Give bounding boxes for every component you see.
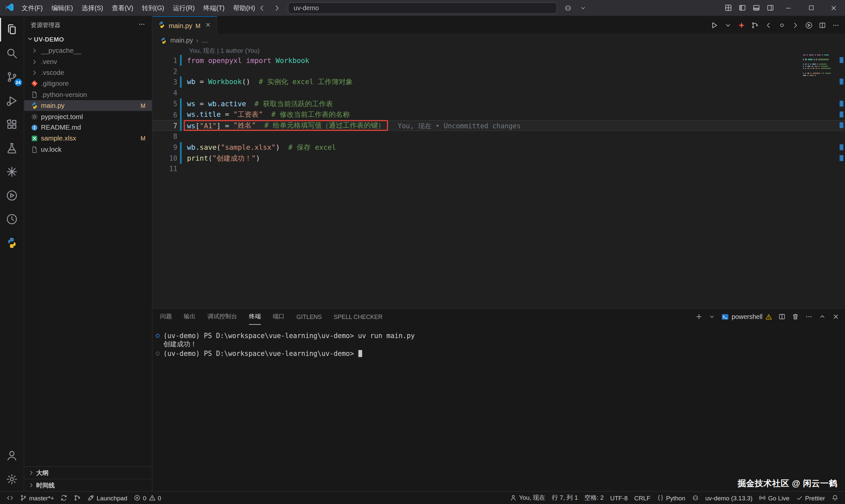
- code-line-1[interactable]: 1from openpyxl import Workbook: [153, 55, 845, 66]
- breadcrumb-item[interactable]: main.py: [170, 37, 193, 44]
- status-commit-graph[interactable]: [71, 492, 84, 504]
- minimize-button[interactable]: [777, 0, 800, 16]
- activity-testing[interactable]: [0, 136, 24, 160]
- command-decoration[interactable]: [156, 352, 159, 355]
- run-interactive[interactable]: [805, 21, 813, 29]
- maximize-button[interactable]: [800, 0, 823, 16]
- command-center[interactable]: uv-demo: [288, 2, 557, 14]
- menu-item[interactable]: 选择(S): [77, 2, 107, 14]
- run-dropdown[interactable]: [724, 21, 732, 29]
- maximize-panel[interactable]: [818, 313, 826, 321]
- code-line-4[interactable]: 4: [153, 87, 845, 98]
- navigate-forward[interactable]: [270, 1, 284, 15]
- editor-tab-main-py[interactable]: main.py M: [153, 16, 217, 35]
- next-change[interactable]: [792, 21, 799, 29]
- explorer-item-sample.xlsx[interactable]: sample.xlsxM: [24, 133, 152, 144]
- code-editor[interactable]: You, 现在 | 1 author (You) 1from openpyxl …: [153, 46, 845, 308]
- run-python-file[interactable]: [710, 21, 718, 29]
- panel-tab-SPELL CHECKER[interactable]: SPELL CHECKER: [334, 309, 383, 325]
- panel-tab-终端[interactable]: 终端: [249, 309, 261, 325]
- code-line-6[interactable]: 6ws.title = "工资表" # 修改当前工作表的名称: [153, 109, 845, 120]
- terminal-instance-powershell[interactable]: powershell: [721, 313, 772, 321]
- minimap[interactable]: [803, 54, 831, 79]
- status-prettier[interactable]: Prettier: [793, 492, 828, 504]
- close-tab-icon[interactable]: [205, 21, 211, 29]
- code-line-8[interactable]: 8: [153, 131, 845, 142]
- code-line-3[interactable]: 3wb = Workbook() # 实例化 excel 工作簿对象: [153, 76, 845, 87]
- status-python-interpreter[interactable]: uv-demo (3.13.3): [702, 492, 756, 504]
- activity-explorer[interactable]: [0, 18, 24, 41]
- status-problems[interactable]: 00: [131, 492, 165, 504]
- gitlens-graph[interactable]: [751, 21, 759, 29]
- activity-search[interactable]: [0, 41, 24, 65]
- menu-item[interactable]: 转到(G): [138, 2, 169, 14]
- status-gitlens-launchpad[interactable]: Launchpad: [84, 492, 130, 504]
- explorer-item-.python-version[interactable]: .python-version: [24, 89, 152, 100]
- status-language-mode[interactable]: Python: [654, 492, 689, 504]
- kill-terminal[interactable]: [792, 313, 799, 321]
- sidebar-section-时间线[interactable]: 时间线: [24, 479, 152, 491]
- new-terminal[interactable]: [695, 313, 703, 321]
- status-gitlens-blame[interactable]: You, 现在: [507, 492, 549, 504]
- menu-item[interactable]: 终端(T): [199, 2, 229, 14]
- activity-source-control[interactable]: 24: [0, 65, 24, 89]
- status-notifications[interactable]: [828, 492, 842, 504]
- panel-tab-端口[interactable]: 端口: [272, 309, 284, 325]
- code-line-7[interactable]: 7ws["A1"] = "姓名" # 给单元格填写值（通过工作表的键）You, …: [153, 120, 845, 131]
- code-line-10[interactable]: 10print("创建成功！"): [153, 153, 845, 164]
- explorer-item-pyproject.toml[interactable]: pyproject.toml: [24, 111, 152, 122]
- explorer-item-.vscode[interactable]: .vscode: [24, 67, 152, 78]
- terminal-more-actions[interactable]: [805, 313, 813, 321]
- panel-left-toggle[interactable]: [735, 1, 749, 15]
- explorer-item-.venv[interactable]: .venv: [24, 56, 152, 67]
- activity-history[interactable]: [0, 208, 24, 231]
- overview-ruler[interactable]: [839, 46, 845, 308]
- status-indentation[interactable]: 空格: 2: [581, 492, 607, 504]
- editor-more-actions[interactable]: [832, 21, 840, 29]
- activity-extensions[interactable]: [0, 112, 24, 136]
- menu-item[interactable]: 查看(V): [107, 2, 137, 14]
- activity-settings[interactable]: [0, 467, 24, 491]
- panel-tab-调试控制台[interactable]: 调试控制台: [208, 309, 237, 325]
- status-go-live[interactable]: Go Live: [756, 492, 793, 504]
- gitlens-authors-lens[interactable]: You, 现在 | 1 author (You): [189, 46, 845, 55]
- menu-item[interactable]: 运行(R): [168, 2, 199, 14]
- explorer-item-.gitignore[interactable]: .gitignore: [24, 78, 152, 89]
- menu-item[interactable]: 文件(F): [17, 2, 47, 14]
- status-cursor-position[interactable]: 行 7, 列 1: [549, 492, 581, 504]
- code-line-5[interactable]: 5ws = wb.active # 获取当前活跃的工作表: [153, 98, 845, 109]
- navigate-back[interactable]: [255, 1, 269, 15]
- panel-bottom-toggle[interactable]: [749, 1, 763, 15]
- split-editor[interactable]: [818, 21, 826, 29]
- explorer-root-folder[interactable]: UV-DEMO: [24, 33, 152, 45]
- explorer-item-README.md[interactable]: README.md: [24, 122, 152, 133]
- status-encoding[interactable]: UTF-8: [607, 492, 631, 504]
- code-line-9[interactable]: 9wb.save("sample.xlsx") # 保存 excel: [153, 142, 845, 153]
- command-center-dropdown[interactable]: [576, 1, 590, 15]
- terminal[interactable]: (uv-demo) PS D:\workspace\vue-learning\u…: [153, 325, 845, 358]
- layout-grid-toggle[interactable]: [721, 1, 735, 15]
- activity-code-runner[interactable]: [0, 184, 24, 208]
- status-remote-indicator[interactable]: [3, 492, 17, 504]
- explorer-more-actions[interactable]: [138, 20, 145, 29]
- command-center-copilot[interactable]: [561, 1, 575, 15]
- breadcrumb-item[interactable]: …: [202, 37, 208, 44]
- code-line-2[interactable]: 2: [153, 66, 845, 76]
- previous-change[interactable]: [765, 21, 772, 29]
- close-window-button[interactable]: [822, 0, 845, 16]
- activity-ai-extension[interactable]: [0, 160, 24, 184]
- status-git-branch[interactable]: master*+: [17, 492, 57, 504]
- status-sync-changes[interactable]: [57, 492, 71, 504]
- panel-tab-问题[interactable]: 问题: [160, 309, 172, 325]
- activity-accounts[interactable]: [0, 444, 24, 467]
- explorer-item-main.py[interactable]: main.pyM: [24, 100, 152, 111]
- ai-sparkle[interactable]: [738, 21, 745, 29]
- change-indicator[interactable]: [778, 21, 786, 29]
- status-copilot[interactable]: [689, 492, 702, 504]
- explorer-item-uv.lock[interactable]: uv.lock: [24, 144, 152, 155]
- close-panel[interactable]: [832, 313, 840, 321]
- terminal-profile-dropdown[interactable]: [708, 313, 715, 320]
- explorer-item-__pycache__[interactable]: __pycache__: [24, 45, 152, 56]
- split-terminal[interactable]: [778, 313, 786, 321]
- command-decoration[interactable]: [156, 334, 159, 338]
